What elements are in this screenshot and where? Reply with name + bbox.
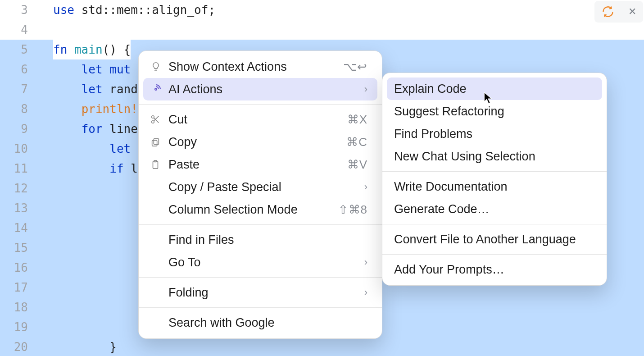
menu-item-find-in-files[interactable]: Find in Files [143, 228, 377, 251]
brace-close: } [109, 340, 117, 354]
chevron-right-icon: › [361, 287, 367, 298]
menu-label: Cut [168, 113, 347, 127]
menu-separator [382, 224, 607, 224]
reload-icon[interactable] [601, 5, 615, 18]
clipboard-copy-icon [150, 137, 168, 147]
line-number: 9 [0, 119, 53, 139]
editor-floating-toolbar: ✕ [594, 1, 643, 23]
line-number-gutter: 34567891011121314151617181920 [0, 0, 53, 356]
bulb-icon [150, 61, 168, 72]
menu-label: AI Actions [168, 82, 361, 96]
menu-shortcut: ⌘V [347, 158, 367, 172]
menu-item-copy-paste-special[interactable]: Copy / Paste Special › [143, 176, 377, 198]
menu-label: Search with Google [168, 316, 367, 330]
menu-item-search-google[interactable]: Search with Google [143, 311, 377, 334]
menu-label: Write Documentation [394, 180, 592, 194]
menu-item-cut[interactable]: Cut ⌘X [143, 108, 377, 131]
keyword-mut: mut [109, 63, 138, 76]
line-number: 4 [0, 20, 53, 40]
menu-label: New Chat Using Selection [394, 150, 592, 164]
line-number: 18 [0, 297, 53, 317]
menu-shortcut: ⌥↩ [343, 60, 367, 74]
semicolon: ; [208, 3, 215, 17]
menu-label: Copy [168, 135, 346, 149]
menu-separator [139, 104, 382, 105]
menu-item-suggest-refactoring[interactable]: Suggest Refactoring [387, 100, 602, 123]
indent [53, 162, 109, 175]
keyword-for: for [82, 122, 110, 136]
menu-item-add-prompts[interactable]: Add Your Prompts… [387, 258, 602, 281]
indent [53, 63, 82, 76]
menu-item-generate-code[interactable]: Generate Code… [387, 198, 602, 220]
menu-separator [139, 224, 382, 225]
menu-label: Column Selection Mode [168, 203, 338, 217]
menu-item-ai-actions[interactable]: AI Actions › [143, 78, 377, 100]
code-line-20[interactable]: } [53, 337, 644, 356]
menu-label: Find Problems [394, 127, 592, 141]
code-line-3[interactable]: use std::mem::align_of; [53, 0, 644, 20]
menu-shortcut: ⇧⌘8 [338, 203, 367, 217]
macro-println: println! [82, 102, 138, 116]
menu-item-new-chat[interactable]: New Chat Using Selection [387, 145, 602, 168]
menu-item-column-selection[interactable]: Column Selection Mode ⇧⌘8 [143, 198, 377, 221]
menu-label: Copy / Paste Special [168, 180, 361, 194]
menu-shortcut: ⌘X [347, 113, 367, 127]
svg-point-1 [152, 121, 154, 123]
menu-item-show-context-actions[interactable]: Show Context Actions ⌥↩ [143, 55, 377, 78]
keyword-let: let [82, 82, 110, 96]
keyword-fn: fn [53, 43, 74, 56]
menu-item-go-to[interactable]: Go To › [143, 251, 377, 274]
menu-item-paste[interactable]: Paste ⌘V [143, 153, 377, 176]
menu-label: Folding [168, 286, 361, 300]
menu-item-folding[interactable]: Folding › [143, 281, 377, 304]
ident-rand: rand [109, 82, 138, 96]
clipboard-paste-icon [150, 160, 168, 169]
ai-actions-submenu: Explain Code Suggest Refactoring Find Pr… [382, 73, 607, 286]
line-number: 8 [0, 99, 53, 119]
menu-label: Find in Files [168, 233, 367, 247]
menu-label: Generate Code… [394, 202, 592, 216]
svg-rect-5 [152, 140, 157, 146]
line-number: 14 [0, 218, 53, 238]
chevron-right-icon: › [361, 83, 367, 95]
keyword-use: use [53, 3, 82, 17]
line-number: 20 [0, 337, 53, 356]
menu-separator [382, 171, 607, 172]
menu-label: Convert File to Another Language [394, 233, 592, 246]
menu-separator [139, 277, 382, 278]
ident-l: l [131, 162, 138, 175]
fn-signature: () { [103, 43, 131, 56]
indent [53, 102, 82, 116]
indent [53, 142, 109, 155]
line-number: 19 [0, 317, 53, 337]
line-number: 15 [0, 238, 53, 258]
fn-main: main [74, 43, 103, 56]
svg-rect-4 [154, 139, 159, 145]
svg-point-0 [152, 116, 154, 119]
editor-context-menu: Show Context Actions ⌥↩ AI Actions › Cut… [138, 50, 382, 339]
menu-item-explain-code[interactable]: Explain Code [387, 78, 602, 100]
close-icon[interactable]: ✕ [628, 6, 636, 18]
menu-separator [139, 307, 382, 308]
line-number: 12 [0, 178, 53, 198]
line-number: 5 [0, 40, 53, 59]
line-number: 13 [0, 198, 53, 218]
code-line-4[interactable] [53, 20, 644, 40]
keyword-if: if [109, 162, 131, 175]
spiral-icon [150, 84, 168, 95]
keyword-let: let [109, 142, 138, 155]
menu-item-find-problems[interactable]: Find Problems [387, 123, 602, 145]
line-number: 6 [0, 59, 53, 79]
indent [53, 340, 109, 354]
menu-separator [382, 254, 607, 255]
line-number: 10 [0, 139, 53, 159]
module-path: std::mem::align_of [82, 3, 209, 17]
menu-item-write-documentation[interactable]: Write Documentation [387, 175, 602, 198]
menu-label: Show Context Actions [168, 60, 343, 74]
menu-item-convert-file[interactable]: Convert File to Another Language [387, 228, 602, 251]
menu-item-copy[interactable]: Copy ⌘C [143, 131, 377, 153]
scissors-icon [150, 114, 168, 124]
chevron-right-icon: › [361, 181, 367, 193]
line-number: 7 [0, 79, 53, 99]
indent [53, 122, 82, 136]
